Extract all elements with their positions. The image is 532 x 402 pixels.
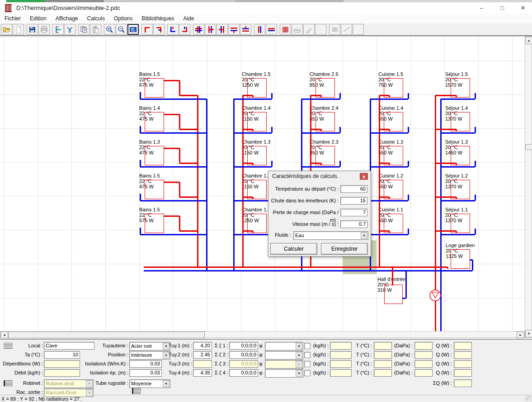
tuyauterie-combo[interactable]: Acier noir ▼ (129, 342, 170, 351)
diameter-combo[interactable]: ▼ (265, 351, 303, 360)
list-icon[interactable] (4, 343, 13, 349)
scroll-down-icon[interactable]: ▼ (525, 330, 532, 337)
vertical-scroll-thumb[interactable] (525, 144, 532, 150)
debit-input[interactable] (44, 369, 80, 377)
chevron-down-icon[interactable]: ▼ (296, 352, 302, 359)
isolation-lambda-input[interactable]: 0.03 (129, 360, 162, 368)
zoom-in-button[interactable] (104, 24, 115, 35)
radiator-label: Chambre 1.420 °C1150 W (242, 105, 271, 122)
zoom-out-button[interactable] (116, 24, 127, 35)
tee-up-button[interactable] (240, 24, 251, 35)
calculer-button[interactable]: Calculer (270, 243, 317, 255)
enregistrer-button[interactable]: Enregistrer (321, 243, 368, 255)
sum-q-input[interactable] (454, 379, 472, 387)
tee-down-button[interactable] (228, 24, 240, 35)
zeta-sum-input[interactable]: 0;0;0;0 (229, 342, 258, 350)
temperature-input[interactable] (374, 369, 392, 377)
elbow-nw-button[interactable] (153, 24, 165, 35)
ta-input[interactable]: 10 (44, 351, 80, 359)
rugosite-combo[interactable]: Moyenne ▼ (129, 379, 170, 388)
perte-charge-input[interactable]: 7 (340, 209, 367, 216)
cross-junction-button[interactable] (193, 24, 204, 35)
chute-emetteurs-input[interactable]: 15 (340, 197, 367, 205)
rac-sortie-combo[interactable]: Raccord-Droit ▼ (44, 388, 94, 397)
chevron-down-icon[interactable]: ▼ (296, 343, 302, 350)
position-combo[interactable]: Intérieure ▼ (129, 351, 170, 360)
local-input[interactable]: Cave (44, 342, 94, 350)
diameter-combo[interactable]: ▼ (265, 360, 303, 369)
dapa-input[interactable] (414, 360, 433, 368)
temperature-input[interactable] (374, 360, 392, 368)
zeta-sum-input[interactable]: 0;0;0;0 (229, 360, 258, 368)
dapa-input[interactable] (414, 342, 433, 350)
temperature-depart-input[interactable]: 60 (340, 185, 367, 193)
resize-grip[interactable] (525, 396, 532, 401)
horizontal-scroll-thumb[interactable] (8, 332, 205, 338)
dialog-close-icon[interactable]: x (360, 173, 368, 180)
menu-options[interactable]: Options (109, 14, 137, 23)
calculator-button[interactable] (127, 24, 139, 35)
copy-button[interactable] (78, 24, 89, 35)
chevron-down-icon: ▼ (86, 389, 93, 396)
isolation-ep-input[interactable]: 0.03 (129, 369, 162, 377)
scroll-up-icon[interactable]: ▲ (525, 37, 532, 44)
elbow-se-button[interactable] (179, 24, 190, 35)
open-folder-button[interactable] (1, 24, 12, 35)
zeta-sum-input[interactable]: 0;0;0;0 (229, 351, 258, 359)
tee-right-button[interactable] (205, 24, 216, 35)
tuy-length-input[interactable]: 4.35 (193, 369, 212, 377)
maximize-button[interactable]: □ (492, 2, 513, 14)
fluide-combo[interactable]: Eau ▼ (293, 231, 368, 240)
chevron-down-icon[interactable]: ▼ (163, 380, 169, 387)
tee-left-button[interactable] (217, 24, 228, 35)
radiator-button[interactable] (280, 24, 291, 35)
temperature-input[interactable] (374, 342, 392, 350)
elbow-sw-button[interactable] (167, 24, 179, 35)
menu-edition[interactable]: Edition (25, 14, 51, 23)
branch-tool-button[interactable] (64, 24, 75, 35)
table-icon[interactable] (132, 388, 141, 394)
kgh-input[interactable] (330, 369, 352, 377)
tee-left-icon (218, 26, 226, 33)
q-power-input[interactable] (454, 351, 472, 359)
vitesse-maxi-input[interactable]: 0.7 (340, 220, 367, 228)
close-button[interactable]: ✕ (513, 2, 532, 14)
radiator-label: Chambre 1.120 °C1250 W (242, 207, 271, 223)
pipes-vertical-button[interactable] (254, 24, 265, 35)
q-power-input[interactable] (454, 360, 472, 368)
dapa-input[interactable] (414, 351, 433, 359)
menu-aide[interactable]: Aide (179, 14, 198, 23)
tuy-length-input[interactable]: 4.20 (193, 342, 212, 350)
diameter-combo[interactable]: ▼ (265, 369, 303, 378)
deperditions-input[interactable] (44, 360, 80, 368)
chevron-down-icon[interactable]: ▼ (361, 232, 367, 239)
q-power-input[interactable] (454, 369, 472, 377)
temperature-input[interactable] (374, 351, 392, 359)
zeta-sum-input[interactable]: 0;0;0;0 (229, 369, 258, 377)
save-button[interactable] (27, 24, 38, 35)
menu-bibliothèques[interactable]: Bibliothèques (137, 14, 179, 23)
horizontal-scrollbar[interactable]: ◄ ► (0, 331, 525, 338)
insert-component-button[interactable] (52, 24, 64, 35)
vertical-scrollbar[interactable]: ▲ ▼ (525, 36, 532, 338)
chevron-down-icon[interactable]: ▼ (296, 370, 302, 377)
kgh-input[interactable] (330, 342, 352, 350)
table-icon[interactable] (4, 380, 13, 386)
temperature-label: T (°C) : (354, 360, 372, 368)
dapa-input[interactable] (414, 369, 433, 377)
menu-fichier[interactable]: Fichier (0, 14, 25, 23)
elbow-ne-button[interactable] (141, 24, 153, 35)
q-power-input[interactable] (454, 342, 472, 350)
pipes-horizontal-button[interactable] (266, 24, 277, 35)
sum-q-label: ΣQ (W) : (431, 379, 452, 387)
minimize-button[interactable]: – (471, 2, 492, 14)
scroll-left-icon[interactable]: ◄ (0, 332, 8, 338)
diameter-combo[interactable]: ▼ (265, 342, 303, 351)
menu-calculs[interactable]: Calculs (83, 14, 109, 23)
tuy-length-input[interactable]: 2.45 (193, 351, 212, 359)
scroll-right-icon[interactable]: ► (517, 332, 524, 338)
tuy-length-input[interactable] (193, 360, 212, 368)
kgh-input[interactable] (330, 360, 352, 368)
kgh-input[interactable] (330, 351, 352, 359)
menu-affichage[interactable]: Affichage (51, 14, 83, 23)
